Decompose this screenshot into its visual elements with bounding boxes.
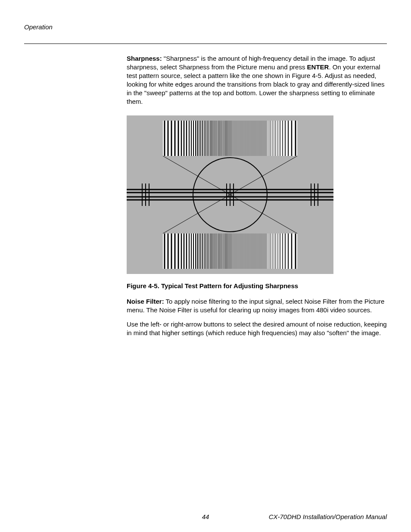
noise-filter-paragraph-1: Noise Filter: To apply noise filtering t…	[127, 297, 387, 314]
page-header: Operation	[24, 23, 387, 31]
noise-filter-text: To apply noise filtering to the input si…	[127, 298, 384, 314]
noise-filter-paragraph-2: Use the left- or right-arrow buttons to …	[127, 320, 387, 337]
manual-title: CX-70DHD Installation/Operation Manual	[269, 513, 387, 520]
figure-caption: Figure 4-5. Typical Test Pattern for Adj…	[127, 282, 387, 290]
svg-rect-97	[163, 233, 297, 269]
noise-filter-label: Noise Filter:	[127, 298, 164, 305]
svg-rect-1	[163, 121, 297, 156]
figure-4-5	[127, 115, 387, 274]
test-pattern-icon	[127, 115, 333, 274]
section-name: Operation	[24, 23, 53, 31]
body-content: Sharpness: "Sharpness" is the amount of …	[127, 54, 387, 337]
enter-key: ENTER	[307, 63, 329, 71]
sharpness-label: Sharpness:	[127, 55, 162, 62]
manual-page: Operation Sharpness: "Sharpness" is the …	[0, 0, 411, 532]
sharpness-paragraph: Sharpness: "Sharpness" is the amount of …	[127, 54, 387, 106]
header-rule	[24, 44, 387, 44]
